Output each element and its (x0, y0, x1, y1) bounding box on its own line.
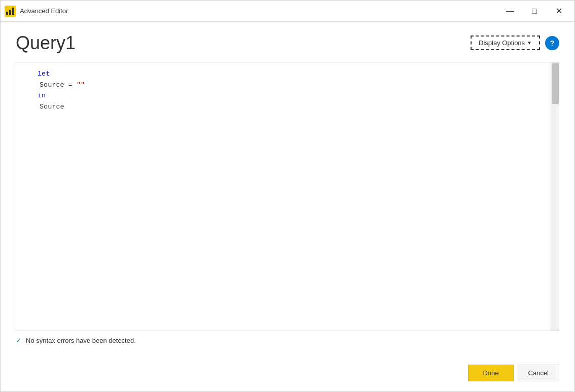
title-bar: Advanced Editor — □ ✕ (1, 1, 574, 22)
close-button[interactable]: ✕ (547, 4, 570, 19)
code-editor[interactable]: let Source = "" in Source (16, 62, 559, 331)
code-area[interactable]: let Source = "" in Source (16, 62, 551, 331)
maximize-button[interactable]: □ (523, 4, 546, 19)
header-right: Display Options ▼ ? (471, 35, 559, 50)
app-icon (5, 6, 16, 17)
scrollbar-thumb[interactable] (552, 63, 559, 104)
help-button[interactable]: ? (545, 36, 559, 50)
footer: Done Cancel (1, 360, 574, 391)
svg-rect-2 (12, 8, 14, 15)
code-line-1: let (22, 68, 551, 80)
query-header: Query1 Display Options ▼ ? (16, 32, 559, 54)
code-source-assign: Source = "" (40, 80, 85, 91)
check-icon: ✓ (16, 336, 22, 344)
advanced-editor-window: Advanced Editor — □ ✕ Query1 Display Opt… (0, 0, 575, 392)
display-options-button[interactable]: Display Options ▼ (471, 35, 540, 50)
code-string-value: "" (77, 81, 85, 89)
code-content: let Source = "" in Source (16, 68, 551, 112)
keyword-in: in (38, 90, 46, 101)
cancel-button[interactable]: Cancel (518, 365, 559, 381)
svg-rect-0 (6, 12, 8, 15)
code-line-2: Source = "" (22, 80, 551, 91)
window-title: Advanced Editor (20, 7, 68, 15)
query-title: Query1 (16, 32, 76, 54)
minimize-button[interactable]: — (498, 4, 522, 19)
display-options-label: Display Options (479, 39, 525, 47)
svg-rect-1 (9, 10, 11, 15)
title-bar-left: Advanced Editor (5, 6, 68, 17)
dropdown-arrow-icon: ▼ (527, 40, 532, 46)
code-line-4: Source (22, 101, 551, 113)
code-line-3: in (22, 90, 551, 101)
code-source-ref: Source (40, 101, 64, 113)
done-button[interactable]: Done (468, 365, 513, 381)
scrollbar-track[interactable] (551, 62, 559, 331)
content-area: Query1 Display Options ▼ ? let (1, 22, 574, 360)
status-bar: ✓ No syntax errors have been detected. (16, 331, 559, 349)
status-text: No syntax errors have been detected. (26, 337, 136, 344)
keyword-let: let (38, 68, 50, 80)
title-bar-controls: — □ ✕ (498, 4, 570, 19)
